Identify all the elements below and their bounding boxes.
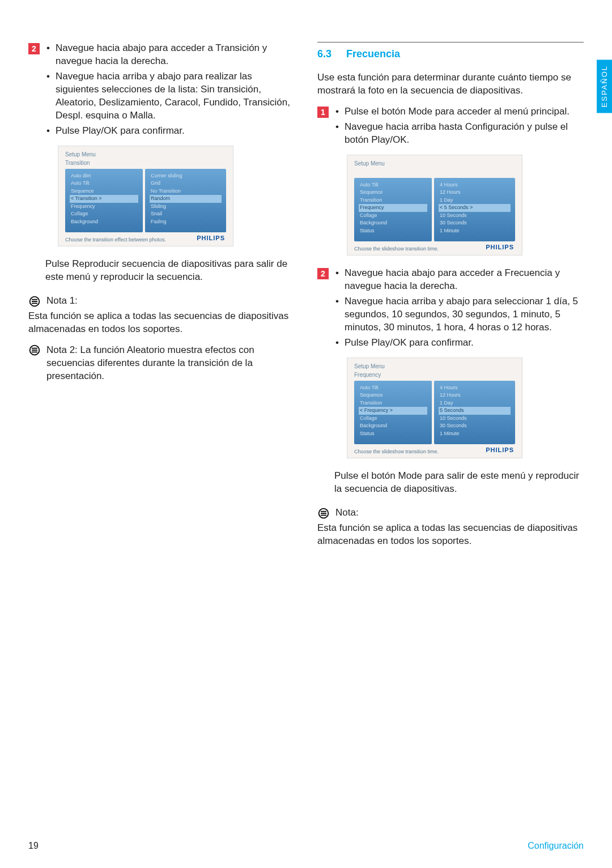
page-number: 19	[28, 841, 39, 851]
breadcrumb: Setup Menu	[354, 160, 515, 167]
menu-item-highlight: 5 Seconds	[439, 407, 511, 415]
breadcrumb	[354, 168, 515, 176]
note-icon	[28, 344, 41, 356]
menu-item: Status	[360, 430, 426, 438]
step-number-2: 2	[317, 268, 329, 279]
menu-item: Status	[360, 227, 426, 235]
menu-item: Corner sliding	[151, 172, 220, 180]
menu-item: Background	[71, 218, 137, 226]
menu-item: 4 Hours	[440, 384, 509, 392]
section-heading: Frecuencia	[346, 48, 400, 59]
step-item: Navegue hacia abajo para acceder a Frecu…	[334, 267, 584, 293]
breadcrumb: Setup Menu	[65, 151, 226, 158]
section-number: 6.3	[317, 48, 332, 59]
philips-logo: PHILIPS	[197, 235, 225, 241]
step-item: Pulse Play/OK para confirmar.	[45, 125, 295, 138]
left-column: 2 Navegue hacia abajo para acceder a Tra…	[28, 34, 295, 556]
note-icon	[317, 507, 330, 520]
menu-item: Collage	[360, 415, 426, 423]
note1-body: Esta función se aplica a todas las secue…	[28, 310, 295, 336]
menu-item: Transition	[360, 399, 426, 407]
breadcrumb: Frequency	[354, 371, 515, 378]
menu-left-pane: Auto dim Auto Tilt Sequence Transition F…	[65, 169, 143, 233]
menu-item: 10 Seconds	[440, 212, 509, 220]
menu-item: Sequence	[360, 189, 426, 197]
section-intro: Use esta función para determinar durante…	[317, 71, 584, 97]
screenshot-frequency-menu-1: Setup Menu Auto Tilt Sequence Transition…	[347, 155, 522, 256]
menu-item: 1 Minute	[440, 227, 509, 235]
note-icon	[28, 295, 41, 308]
breadcrumb: Transition	[65, 159, 226, 167]
menu-left-pane: Auto Tilt Sequence Transition Frequency …	[354, 381, 432, 445]
step-number-2: 2	[28, 43, 40, 54]
menu-item: Fading	[151, 218, 220, 226]
menu-right-pane: 4 Hours 12 Hours 1 Day 5 Seconds 10 Seco…	[434, 178, 515, 242]
screenshot-frequency-menu-2: Setup Menu Frequency Auto Tilt Sequence …	[347, 358, 522, 459]
section-title: 6.3Frecuencia	[317, 48, 584, 60]
menu-item: Sliding	[151, 203, 220, 211]
menu-item: Auto Tilt	[360, 384, 426, 392]
right-column: 6.3Frecuencia Use esta función para dete…	[317, 34, 584, 556]
note1-label: Nota 1:	[46, 295, 78, 307]
menu-item: Auto dim	[71, 172, 137, 180]
note-body: Esta función se aplica a todas las secue…	[317, 522, 584, 548]
menu-item: 10 Seconds	[440, 415, 509, 423]
post-screenshot-text: Pulse Reproducir secuencia de diapositiv…	[28, 258, 295, 284]
menu-item: 1 Minute	[440, 430, 509, 438]
menu-item: 30 Seconds	[440, 219, 509, 227]
menu-item: 30 Seconds	[440, 422, 509, 430]
menu-item-selected: Frequency	[359, 407, 427, 415]
menu-item: 12 Hours	[440, 392, 509, 399]
language-tab: ESPAÑOL	[597, 59, 612, 113]
post-screenshot-text: Pulse el botón Mode para salir de este m…	[317, 470, 584, 496]
menu-right-pane: Corner sliding Grid No Transition Random…	[145, 169, 226, 233]
step-item: Navegue hacia abajo para acceder a Trans…	[45, 42, 295, 68]
step-item: Pulse el botón Mode para acceder al menú…	[334, 105, 584, 118]
menu-item-highlight: Random	[150, 195, 222, 203]
menu-item: Grid	[151, 180, 220, 188]
menu-item: Collage	[71, 210, 137, 218]
menu-right-pane: 4 Hours 12 Hours 1 Day 5 Seconds 10 Seco…	[434, 381, 515, 445]
menu-item: Snail	[151, 210, 220, 218]
menu-item-highlight: Frequency	[359, 204, 427, 212]
menu-item: Auto Tilt	[71, 180, 137, 188]
philips-logo: PHILIPS	[486, 446, 514, 453]
step-item: Navegue hacia arriba hasta Configuración…	[334, 121, 584, 147]
menu-item: Sequence	[71, 188, 137, 195]
philips-logo: PHILIPS	[486, 244, 514, 250]
breadcrumb: Setup Menu	[354, 363, 515, 370]
menu-item-selected: Transition	[70, 195, 138, 203]
menu-item: Collage	[360, 212, 426, 220]
menu-item: Auto Tilt	[360, 181, 426, 189]
menu-item: No Transition	[151, 188, 220, 195]
step-number-1: 1	[317, 107, 329, 118]
menu-item: Transition	[360, 197, 426, 205]
step-item: Pulse Play/OK para confirmar.	[334, 337, 584, 350]
menu-item: 1 Day	[440, 399, 509, 407]
menu-item-selected: 5 Seconds	[439, 204, 511, 212]
menu-item: Sequence	[360, 392, 426, 399]
screenshot-transition-menu: Setup Menu Transition Auto dim Auto Tilt…	[58, 146, 233, 247]
menu-item: 4 Hours	[440, 181, 509, 189]
menu-left-pane: Auto Tilt Sequence Transition Frequency …	[354, 178, 432, 242]
step-item: Navegue hacia arriba y abajo para selecc…	[334, 295, 584, 334]
menu-item: Frequency	[71, 203, 137, 211]
menu-item: Background	[360, 422, 426, 430]
note2-body: Nota 2: La función Aleatorio muestra efe…	[46, 344, 295, 383]
step-item: Navegue hacia arriba y abajo para realiz…	[45, 70, 295, 122]
menu-item: 1 Day	[440, 197, 509, 205]
note-label: Nota:	[335, 507, 359, 518]
menu-item: Background	[360, 219, 426, 227]
menu-item: 12 Hours	[440, 189, 509, 197]
footer-section: Configuración	[528, 841, 584, 851]
